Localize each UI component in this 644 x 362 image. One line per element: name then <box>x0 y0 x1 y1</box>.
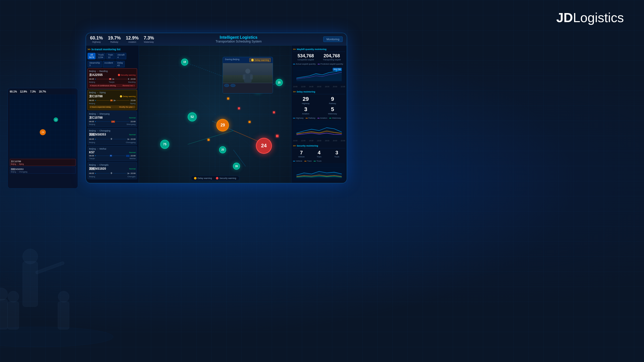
shipment-card-2[interactable]: Beijing → Siping 京C10788 🟡 Delay warning… <box>88 90 137 110</box>
security-chart <box>293 163 345 181</box>
shipment-1-action[interactable]: Remind me > <box>123 84 135 87</box>
waybill-time-labels: 10:0012:0014:0016:0018:0020:0022:00 <box>293 86 345 87</box>
filter-aircraft[interactable]: Aircraft 4 <box>115 53 126 59</box>
delay-chart-svg <box>293 120 345 135</box>
svg-rect-4 <box>0 299 8 329</box>
waybill-legend-actual: Actual waybill quantity <box>293 63 316 65</box>
security-vehicle: 7 Vehicle <box>293 150 310 158</box>
delay-waterway-label: Waterway <box>320 113 345 115</box>
monitoring-button[interactable]: Monitoring <box>323 36 343 42</box>
security-tram: 4 Tram <box>311 150 327 158</box>
svg-point-0 <box>0 327 113 347</box>
map-node-39[interactable]: 39 <box>233 163 240 170</box>
shipment-2-action[interactable]: Modify the plan > <box>119 106 135 108</box>
map-alert-dot-2 <box>227 98 229 100</box>
dashboard-screen: 60.1% Highway 19.7% Railway 12.9% Aviati… <box>86 33 347 184</box>
truck-dashboard <box>223 83 273 93</box>
truck-cab-view <box>223 63 273 93</box>
stat-aviation-label: Aviation <box>126 41 139 43</box>
stat-railway-label: Railway <box>108 41 121 43</box>
right-panel: Waybill quantity mointoring 534,768 Comp… <box>291 46 347 183</box>
shipment-1-status: 🔴 Security warning <box>118 74 136 76</box>
security-tram-label: Tram <box>311 156 327 158</box>
bg-scene-svg <box>0 186 138 362</box>
security-vehicle-label: Vehicle <box>293 156 310 158</box>
stat-waterway-value: 7.3% <box>144 35 154 41</box>
legend-security-dot <box>216 177 218 179</box>
filter-tabs: All 5679 Truck 1234 Train 12 Aircraft 4 <box>88 53 137 67</box>
shipment-3-cities: Beijing Shenyang <box>89 123 136 125</box>
svg-rect-3 <box>35 261 65 274</box>
waybill-chart-svg: 204,768 <box>293 66 345 81</box>
legend-security: Security warning <box>216 177 236 179</box>
filter-accident[interactable]: Accident <box>103 61 115 67</box>
shipment-1-route: Beijing → Baoding <box>89 70 136 72</box>
shipment-4-id: 国航NS8353 <box>89 132 106 137</box>
sec-vehicle-dot <box>293 161 295 161</box>
shipment-5-timeline: 06:05 T 22:00 <box>89 155 136 157</box>
filter-all[interactable]: All 5679 <box>88 53 96 59</box>
mini-dashboard: 60.1% 12.9% 7.3% 19.7% 29 11 京C10788 Bei… <box>8 88 78 189</box>
map-node-18[interactable]: 18 <box>181 59 188 66</box>
dashboard-title: Intelligent Logistics Transportation Sch… <box>154 35 323 43</box>
filter-steamship[interactable]: Steamship 3 <box>88 61 102 67</box>
shipment-card-6[interactable]: Beijing → Chengdu 国航NS1920 Normal 06:05 … <box>88 162 137 179</box>
map-node-15[interactable]: 15 <box>276 79 283 86</box>
stat-railway: 19.7% Railway <box>108 35 121 43</box>
camera-popup[interactable]: Daxing,Beijing 🟡 Delay warning <box>223 57 273 94</box>
delay-aviation-value: 3 <box>293 106 318 113</box>
svg-rect-21 <box>243 74 245 79</box>
shipment-2-route: Beijing → Siping <box>89 91 136 94</box>
security-truck-label: Truck <box>329 156 345 158</box>
shipment-6-id: 国航NS1920 <box>89 167 106 171</box>
left-panel[interactable]: In-transit monitoring list All 5679 Truc… <box>86 46 139 183</box>
svg-rect-8 <box>58 302 69 329</box>
title-main-text: Intelligent Logistics <box>154 35 323 40</box>
map-alert-dot-5 <box>276 135 278 137</box>
shipment-4-cities: Beijing Chongqing <box>89 141 136 144</box>
svg-line-13 <box>188 131 233 145</box>
logo-logistics: Logistics <box>573 10 624 25</box>
shipment-card-4[interactable]: Beijing → Chongqing 国航NS8353 Normal 06:0… <box>88 128 137 145</box>
svg-point-5 <box>0 288 8 300</box>
stat-highway: 60.1% Highway <box>90 35 103 43</box>
shipment-3-timeline: 06:05 🚗 22:00 <box>89 120 136 123</box>
shipment-card-1[interactable]: Beijing → Baoding 京A22555 🔴 Security war… <box>88 68 137 89</box>
security-vehicle-value: 7 <box>293 150 310 156</box>
title-sub-text: Transportation Scheduling System <box>154 40 323 43</box>
transporting-waybill: 204,768 Transporting waybill <box>323 53 341 61</box>
delay-legend-railway: Railway <box>306 117 315 119</box>
dl-aviation-dot <box>317 118 319 118</box>
shipment-card-5[interactable]: Beijing → Weihai K57 Normal 06:05 T 22:0… <box>88 146 137 161</box>
map-node-75[interactable]: 75 <box>160 140 169 149</box>
delay-stats: 29 Highway 9 Railway 3 Aviation 5 Waterw… <box>293 96 345 115</box>
filter-delay[interactable]: Delay 43 <box>115 61 125 67</box>
driver-silhouette <box>242 68 254 83</box>
filter-train[interactable]: Train 12 <box>106 53 115 59</box>
svg-point-9 <box>58 291 69 302</box>
delay-railway-value: 9 <box>320 96 345 102</box>
shipment-2-status: 🟡 Delay warning <box>120 95 136 98</box>
shipment-4-timeline: 06:05 ✈ ≫ 22:00 <box>89 137 136 141</box>
map-node-20[interactable]: 20 <box>219 146 226 153</box>
waybill-section-title: Waybill quantity mointoring <box>293 47 345 52</box>
map-node-24[interactable]: 24 <box>256 138 272 154</box>
legend-delay-dot <box>194 177 196 179</box>
map-node-29[interactable]: 29 <box>216 119 229 131</box>
map-alert-dot-4 <box>208 139 210 141</box>
camera-warning-badge: 🟡 Delay warning <box>249 58 271 62</box>
security-truck: 3 Truck <box>329 150 345 158</box>
dl-waterway-dot <box>329 118 331 118</box>
shipment-1-cities: Beijing Tianjin Baoding <box>89 81 136 83</box>
shipment-6-route: Beijing → Chengdu <box>89 164 136 166</box>
shipment-card-3[interactable]: Beijing → Shenyang 京C10788 Normal 06:05 … <box>88 111 137 127</box>
header-bar: 60.1% Highway 19.7% Railway 12.9% Aviati… <box>86 33 347 46</box>
delay-railway: 9 Railway <box>320 96 345 105</box>
delay-highway-value: 29 <box>293 96 318 102</box>
map-area[interactable]: 18 11 15 52 29 75 20 24 <box>139 46 291 183</box>
filter-truck[interactable]: Truck 1234 <box>96 53 105 59</box>
svg-rect-1 <box>23 261 38 307</box>
dl-railway-dot <box>306 118 308 118</box>
map-node-52[interactable]: 52 <box>188 112 197 121</box>
delay-chart <box>293 120 345 138</box>
